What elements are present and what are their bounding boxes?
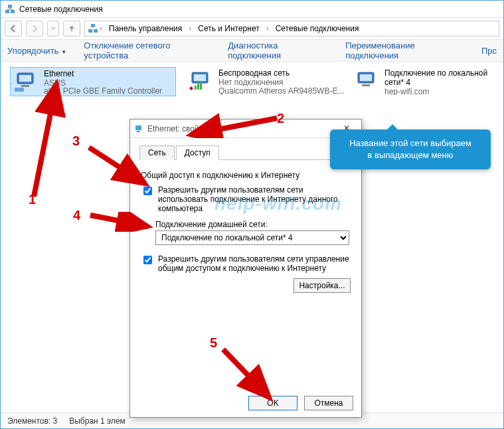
breadcrumb-net[interactable]: Сеть и Интернет: [193, 21, 264, 36]
checkbox-input[interactable]: [143, 187, 152, 195]
checkbox-allow-control[interactable]: Разрешить другим пользователям сети упра…: [141, 254, 351, 273]
svg-rect-13: [197, 84, 199, 90]
chevron-down-icon: ▼: [61, 49, 66, 55]
chevron-right-icon: ›: [98, 24, 104, 33]
nav-row: › Панель управления › Сеть и Интернет › …: [1, 18, 503, 39]
nav-up-button[interactable]: [63, 21, 80, 37]
dialog-titlebar[interactable]: Ethernet: свойства ✕: [130, 120, 361, 138]
wireless-icon: [188, 68, 214, 94]
organize-menu[interactable]: Упорядочить▼: [7, 46, 66, 56]
configure-button[interactable]: Настройка...: [294, 278, 351, 293]
svg-rect-7: [19, 75, 31, 82]
svg-rect-8: [21, 85, 29, 87]
nav-back-button[interactable]: [5, 21, 22, 37]
connection-wireless[interactable]: Беспроводная сеть Нет подключения Qualco…: [185, 67, 351, 96]
svg-rect-11: [194, 74, 206, 81]
svg-rect-14: [200, 82, 202, 90]
callout-line-1: Название этой сети выбираем: [339, 137, 481, 149]
connection-name: Беспроводная сеть: [218, 68, 344, 78]
command-bar: Упорядочить▼ Отключение сетевого устройс…: [1, 39, 503, 62]
checkbox-label: Разрешить другим пользователям сети упра…: [158, 254, 351, 273]
connection-sub: ASUS: [44, 78, 162, 86]
section-label: Общий доступ к подключению к Интернету: [141, 171, 351, 180]
chevron-right-icon: ›: [265, 24, 270, 33]
svg-rect-2: [8, 5, 12, 8]
connection-sub: hеp-wifi.com: [384, 87, 495, 95]
checkbox-label: Разрешить другим пользователям сети испо…: [158, 185, 351, 213]
status-selected: Выбран 1 элем: [69, 416, 126, 426]
tabpane-access: Общий доступ к подключению к Интернету Р…: [139, 160, 352, 294]
svg-rect-4: [94, 29, 98, 33]
nav-forward-button[interactable]: [26, 21, 43, 37]
annotation-callout: Название этой сети выбираем в выпадающем…: [330, 129, 491, 169]
connection-sub: Нет подключения: [218, 78, 344, 86]
ok-button[interactable]: OK: [248, 396, 297, 410]
nav-history-button[interactable]: [47, 21, 59, 37]
home-network-select[interactable]: Подключение по локальной сети* 4: [155, 230, 349, 245]
diagnose[interactable]: Диагностика подключения: [228, 41, 328, 60]
breadcrumb-cp[interactable]: Панель управления: [104, 21, 187, 36]
network-icon: [5, 4, 15, 15]
titlebar: Сетевые подключения: [1, 1, 503, 18]
chevron-right-icon: ›: [187, 24, 193, 33]
status-elements: Элементов: 3: [7, 416, 57, 426]
rename-connection[interactable]: Переименование подключения: [345, 41, 464, 60]
select-label: Подключение домашней сети:: [155, 220, 351, 229]
svg-rect-17: [362, 84, 370, 86]
connection-name: Ethernet: [44, 69, 162, 78]
svg-rect-12: [195, 86, 197, 90]
ethernet-icon: [13, 69, 40, 94]
cancel-button[interactable]: Отмена: [304, 396, 353, 410]
dialog-title: Ethernet: свойства: [147, 124, 215, 133]
connection-detail: altek PCIe GBE Family Controller: [44, 86, 162, 94]
toolbar-more[interactable]: Прс: [481, 46, 497, 56]
svg-rect-0: [5, 10, 9, 13]
network-icon: [88, 23, 98, 34]
breadcrumb-bar[interactable]: › Панель управления › Сеть и Интернет › …: [84, 21, 499, 37]
svg-rect-3: [88, 29, 92, 33]
tab-network[interactable]: Сеть: [139, 145, 175, 160]
disable-device[interactable]: Отключение сетевого устройства: [84, 41, 210, 60]
svg-rect-18: [135, 126, 141, 130]
svg-rect-19: [137, 131, 140, 132]
tab-access[interactable]: Доступ: [176, 145, 219, 160]
callout-line-2: в выпадающем меню: [339, 149, 481, 161]
lan-icon: [354, 68, 380, 94]
checkbox-share-connection[interactable]: Разрешить другим пользователям сети испо…: [141, 185, 351, 213]
connection-lan4[interactable]: Подключение по локальной сети* 4 hеp-wif…: [351, 67, 497, 96]
checkbox-input[interactable]: [143, 256, 152, 264]
svg-rect-16: [360, 74, 372, 81]
ethernet-icon: [134, 124, 145, 134]
window-title: Сетевые подключения: [19, 5, 103, 14]
svg-rect-5: [91, 24, 95, 27]
svg-rect-1: [11, 10, 15, 13]
properties-dialog: Ethernet: свойства ✕ Сеть Доступ Общий д…: [129, 119, 362, 418]
connection-name: Подключение по локальной сети* 4: [384, 68, 495, 87]
connection-ethernet[interactable]: Ethernet ASUS altek PCIe GBE Family Cont…: [10, 67, 176, 96]
connection-detail: Qualcomm Atheros AR9485WB-E...: [218, 86, 344, 95]
svg-rect-9: [15, 88, 24, 92]
tabs: Сеть Доступ: [139, 145, 352, 160]
breadcrumb-connections[interactable]: Сетевые подключения: [270, 21, 365, 36]
